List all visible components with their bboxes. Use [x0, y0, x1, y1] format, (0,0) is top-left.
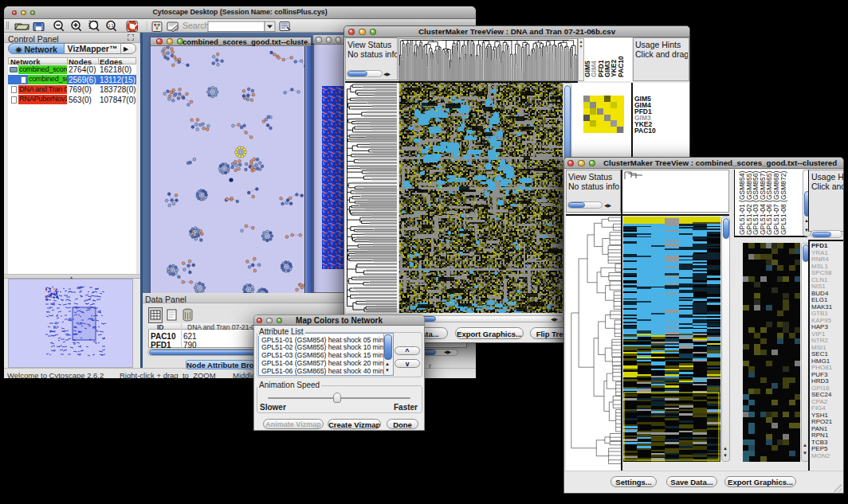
svg-text:1:1: 1:1: [108, 23, 114, 28]
svg-text:Search:: Search:: [183, 21, 211, 30]
